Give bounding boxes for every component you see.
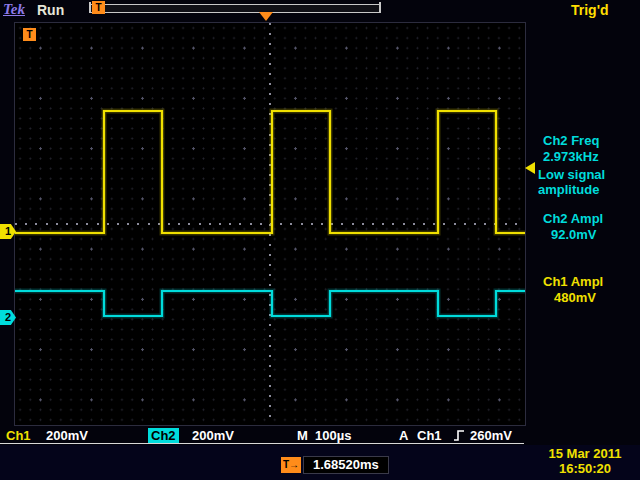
meas1-warning-line2: amplitude [538,182,599,197]
record-bar-left-bracket [89,2,91,13]
time-readout: 16:50:20 [531,461,639,476]
rising-edge-icon [453,429,466,444]
trigger-source: Ch1 [417,428,442,443]
meas3-label: Ch1 Ampl [543,274,603,289]
ch2-scale: 200mV [192,428,234,443]
waveform-ch1 [15,111,525,233]
trigger-status: Trig'd [571,2,609,18]
trig-pos-arrow-icon: → [289,459,299,470]
trigger-position-marker-icon [259,12,273,21]
trigger-position-value: 1.68520ms [303,456,389,474]
meas1-warning-line1: Low signal [538,167,605,182]
meas2-value: 92.0mV [551,227,597,242]
trigger-position-icon: T [92,1,105,14]
graticule: T [14,22,526,426]
status-bar-underline [0,443,524,444]
date-time-readout: 15 Mar 2011 16:50:20 [531,446,639,476]
waveform-ch2 [15,291,525,316]
ch1-label: Ch1 [6,428,31,443]
meas3-value: 480mV [554,290,596,305]
trigger-position-readout: T→ 1.68520ms [281,456,389,474]
trigger-level-arrow-icon [525,162,535,174]
trigger-marker-icon: T [23,28,36,41]
meas2-label: Ch2 Ampl [543,211,603,226]
meas1-value: 2.973kHz [543,149,599,164]
record-bar-right-bracket [379,2,381,13]
acquisition-status: Run [37,2,64,18]
ch1-scale: 200mV [46,428,88,443]
trigger-position-readout-icon: T→ [281,457,301,473]
timebase-value: 100µs [315,428,351,443]
date-readout: 15 Mar 2011 [531,446,639,461]
timebase-label: M [297,428,308,443]
brand-logo: Tek [3,1,25,18]
trigger-mode: A [399,428,408,443]
waveform-area [15,23,525,425]
record-view-bar [89,4,381,13]
trigger-level-value: 260mV [470,428,512,443]
oscilloscope-display: Tek Run Trig'd T T 1 2 Ch2 Freq 2.973kHz… [0,0,640,480]
ch2-label: Ch2 [148,428,179,443]
meas1-label: Ch2 Freq [543,133,599,148]
